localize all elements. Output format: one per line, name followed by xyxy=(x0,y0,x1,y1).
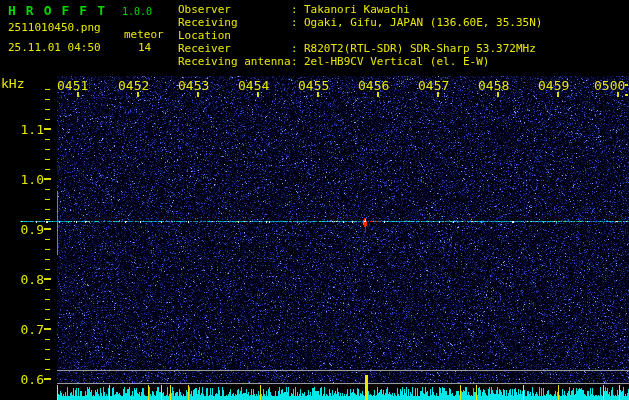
app-version: 1.0.0 xyxy=(122,6,152,17)
hrofft-spectrogram-screenshot: HROFFT 1.0.0 2511010450.png meteor 25.11… xyxy=(0,0,629,400)
info-separator: : xyxy=(291,16,300,42)
info-value: Ogaki, Gifu, JAPAN (136.60E, 35.35N) xyxy=(304,16,542,42)
info-value: 2el-HB9CV Vertical (el. E-W) xyxy=(304,55,489,68)
info-separator: : xyxy=(291,3,300,16)
echo-count: 14 xyxy=(138,41,151,54)
info-row-location: Receiving Location:Ogaki, Gifu, JAPAN (1… xyxy=(178,16,542,42)
info-value: Takanori Kawachi xyxy=(304,3,410,16)
info-label: Receiver xyxy=(178,42,291,55)
info-label: Receiving Location xyxy=(178,16,291,42)
app-title: HROFFT xyxy=(8,3,115,18)
info-row-observer: Observer:Takanori Kawachi xyxy=(178,3,542,16)
station-info-block: Observer:Takanori Kawachi Receiving Loca… xyxy=(178,3,542,68)
info-separator: : xyxy=(291,42,300,55)
info-separator: : xyxy=(291,55,300,68)
info-row-antenna: Receiving antenna:2el-HB9CV Vertical (el… xyxy=(178,55,542,68)
mode-label: meteor xyxy=(124,28,164,41)
info-label: Receiving antenna xyxy=(178,55,291,68)
info-value: R820T2(RTL-SDR) SDR-Sharp 53.372MHz xyxy=(304,42,536,55)
observation-datetime: 25.11.01 04:50 xyxy=(8,41,101,54)
info-row-receiver: Receiver:R820T2(RTL-SDR) SDR-Sharp 53.37… xyxy=(178,42,542,55)
info-label: Observer xyxy=(178,3,291,16)
output-filename: 2511010450.png xyxy=(8,21,101,34)
